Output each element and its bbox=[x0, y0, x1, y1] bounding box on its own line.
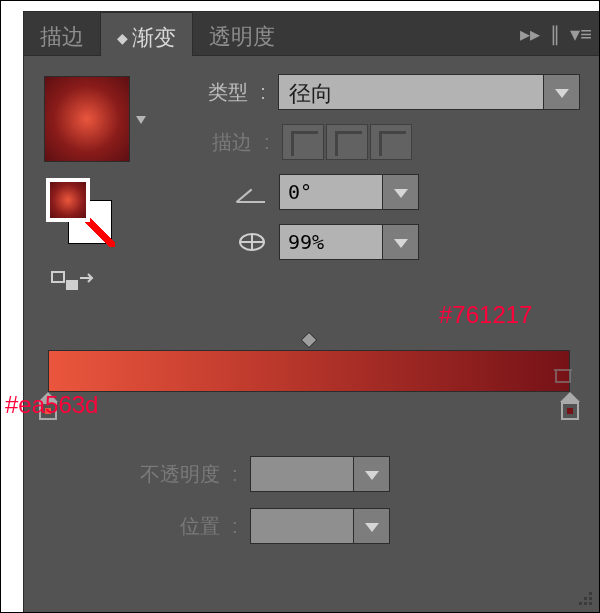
panel-body: 类型 : 径向 描边 : bbox=[24, 56, 600, 613]
stroke-apply-across-icon[interactable] bbox=[370, 124, 412, 160]
tab-transparency[interactable]: 透明度 bbox=[193, 12, 291, 55]
angle-dropdown-icon[interactable] bbox=[383, 174, 419, 210]
opacity-input bbox=[250, 456, 390, 492]
tab-gradient-label: 渐变 bbox=[132, 23, 176, 53]
fill-swatch[interactable] bbox=[46, 178, 90, 222]
aspect-ratio-icon bbox=[237, 230, 267, 254]
row-aspect bbox=[167, 224, 580, 260]
angle-field[interactable] bbox=[279, 174, 383, 210]
panel-menu-icon[interactable]: ▾≡ bbox=[570, 22, 592, 46]
annotation-right-hex: #761217 bbox=[439, 301, 532, 329]
svg-rect-5 bbox=[556, 370, 570, 382]
collapse-icon[interactable]: ▸▸ bbox=[520, 22, 540, 46]
aspect-input[interactable] bbox=[279, 224, 419, 260]
row-position: 位置 : bbox=[80, 508, 390, 544]
delete-stop-icon[interactable] bbox=[552, 366, 574, 384]
position-field bbox=[250, 508, 354, 544]
position-label: 位置 bbox=[80, 513, 220, 540]
colon: : bbox=[260, 81, 266, 104]
svg-rect-1 bbox=[66, 280, 78, 290]
position-input bbox=[250, 508, 390, 544]
gradient-midpoint-handle[interactable] bbox=[301, 332, 318, 349]
gradient-editor[interactable] bbox=[48, 350, 570, 392]
row-angle bbox=[167, 174, 580, 210]
opacity-label: 不透明度 bbox=[80, 461, 220, 488]
gradient-swatch-large[interactable] bbox=[44, 76, 130, 162]
gradient-bar[interactable] bbox=[48, 350, 570, 392]
type-label: 类型 bbox=[167, 79, 248, 106]
svg-rect-0 bbox=[52, 272, 64, 282]
aspect-field[interactable] bbox=[279, 224, 383, 260]
gradient-stop-right[interactable] bbox=[560, 392, 580, 420]
annotation-left-hex: #ea563d bbox=[5, 391, 98, 419]
angle-icon bbox=[237, 181, 267, 203]
fill-stroke-swatch[interactable] bbox=[46, 178, 112, 244]
reverse-gradient-icon[interactable] bbox=[50, 268, 96, 294]
resize-grip-icon[interactable] bbox=[572, 585, 594, 607]
position-dropdown-icon bbox=[354, 508, 390, 544]
opacity-dropdown-icon bbox=[354, 456, 390, 492]
colon: : bbox=[264, 131, 270, 154]
row-stroke: 描边 : bbox=[167, 124, 580, 160]
tab-stroke[interactable]: 描边 bbox=[24, 12, 100, 55]
angle-input[interactable] bbox=[279, 174, 419, 210]
aspect-dropdown-icon[interactable] bbox=[383, 224, 419, 260]
gradient-options: 类型 : 径向 描边 : bbox=[167, 74, 580, 260]
type-dropdown[interactable]: 径向 bbox=[278, 74, 580, 110]
tabbar: 描边 ◆ 渐变 透明度 ▸▸ ∥ ▾≡ bbox=[24, 12, 600, 56]
swatch-dropdown-icon[interactable] bbox=[136, 116, 146, 124]
dirty-indicator-icon: ◆ bbox=[117, 30, 128, 46]
stroke-apply-along-icon[interactable] bbox=[326, 124, 368, 160]
dropdown-caret-icon[interactable] bbox=[543, 75, 579, 109]
opacity-field bbox=[250, 456, 354, 492]
divider-icon: ∥ bbox=[550, 22, 560, 46]
row-type: 类型 : 径向 bbox=[167, 74, 580, 110]
tabbar-controls: ▸▸ ∥ ▾≡ bbox=[520, 12, 600, 55]
stroke-apply-group bbox=[282, 124, 412, 160]
row-opacity: 不透明度 : bbox=[80, 456, 390, 492]
tab-gradient[interactable]: ◆ 渐变 bbox=[100, 12, 193, 56]
stroke-label: 描边 bbox=[167, 129, 252, 156]
stroke-apply-within-icon[interactable] bbox=[282, 124, 324, 160]
type-value: 径向 bbox=[279, 75, 543, 109]
